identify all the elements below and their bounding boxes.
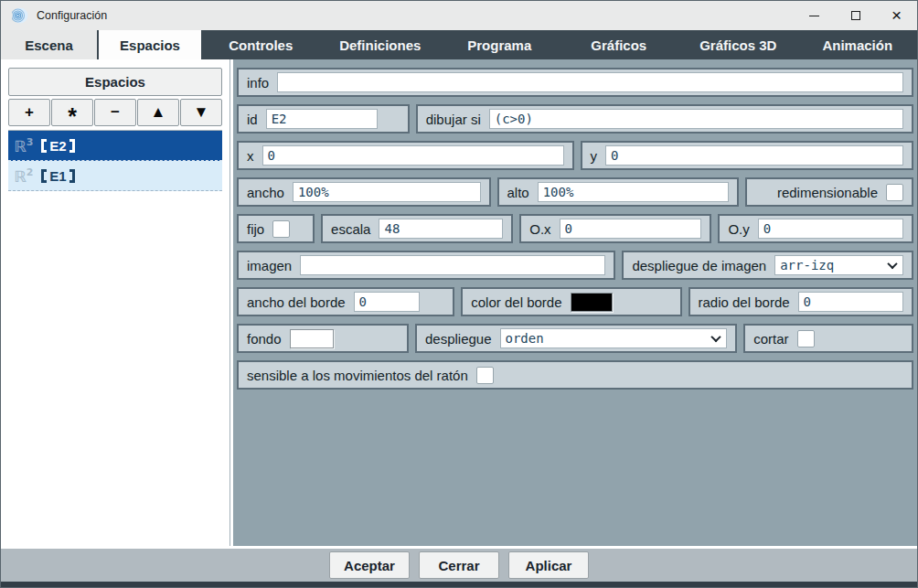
field-alto: alto xyxy=(497,177,740,207)
window-title: Configuración xyxy=(37,9,107,22)
left-bracket-icon xyxy=(41,139,47,153)
content-area: Espacios + * − ▲ ▼ ℝ3 E2 ℝ2 E1 xyxy=(1,59,917,546)
r3-symbol: ℝ3 xyxy=(14,136,33,155)
dibujar-si-label: dibujar si xyxy=(426,112,481,127)
alto-label: alto xyxy=(507,185,529,200)
field-fondo: fondo xyxy=(237,324,409,353)
spaces-toolbar: + * − ▲ ▼ xyxy=(8,99,222,126)
id-input[interactable] xyxy=(266,109,378,129)
ancho-borde-input[interactable] xyxy=(354,292,420,312)
fijo-checkbox[interactable] xyxy=(272,220,290,238)
tab-bar: Escena Espacios Controles Definiciones P… xyxy=(1,30,917,59)
close-button[interactable]: × xyxy=(876,1,917,30)
imagen-input[interactable] xyxy=(300,255,605,275)
tab-graficos-3d[interactable]: Gráficos 3D xyxy=(678,30,798,59)
ancho-label: ancho xyxy=(247,185,284,200)
despliegue-imagen-select[interactable]: arr-izq xyxy=(774,255,903,275)
footer-bar: Aceptar Cerrar Aplicar xyxy=(1,546,917,582)
despliegue-select-wrap: orden xyxy=(500,328,728,348)
field-dibujar-si: dibujar si xyxy=(416,104,913,134)
despliegue-label: despliegue xyxy=(425,331,492,347)
color-borde-label: color del borde xyxy=(471,294,561,310)
field-info: info xyxy=(237,68,913,97)
info-input[interactable] xyxy=(277,72,903,92)
field-radio-borde: radio del borde xyxy=(688,287,914,316)
border-color-swatch[interactable] xyxy=(571,293,613,312)
sensible-checkbox[interactable] xyxy=(476,367,494,384)
cortar-checkbox[interactable] xyxy=(797,330,815,347)
escala-input[interactable] xyxy=(379,219,503,239)
space-list: ℝ3 E2 ℝ2 E1 xyxy=(8,130,222,191)
background-color-swatch[interactable] xyxy=(290,329,334,348)
tab-definiciones[interactable]: Definiciones xyxy=(321,30,441,59)
descartes-logo-icon xyxy=(12,7,28,24)
duplicate-space-button[interactable]: * xyxy=(51,99,93,126)
field-redimensionable: redimensionable xyxy=(745,177,913,207)
tab-animacion[interactable]: Animación xyxy=(798,30,918,59)
redimensionable-checkbox[interactable] xyxy=(886,184,903,201)
field-cortar: cortar xyxy=(743,324,913,353)
left-bracket-icon xyxy=(41,169,47,183)
redimensionable-label: redimensionable xyxy=(777,185,878,200)
x-label: x xyxy=(247,148,254,164)
ancho-input[interactable] xyxy=(293,182,481,202)
tab-espacios[interactable]: Espacios xyxy=(99,30,201,59)
space-item-label: E2 xyxy=(33,138,74,154)
cortar-label: cortar xyxy=(753,331,788,347)
tab-graficos[interactable]: Gráficos xyxy=(560,30,679,59)
y-label: y xyxy=(591,148,598,164)
field-x: x xyxy=(237,141,574,170)
asterisk-icon: * xyxy=(68,112,77,121)
space-properties-form: info id dibujar si x xyxy=(233,59,917,546)
radio-borde-input[interactable] xyxy=(798,292,903,312)
minimize-button[interactable] xyxy=(794,1,835,30)
field-ox: O.x xyxy=(519,214,711,243)
close-icon: × xyxy=(891,11,902,20)
oy-input[interactable] xyxy=(758,219,903,239)
move-down-button[interactable]: ▼ xyxy=(180,99,222,126)
minus-icon: − xyxy=(111,103,120,122)
fijo-label: fijo xyxy=(247,221,264,237)
right-bracket-icon xyxy=(69,139,75,153)
accept-button[interactable]: Aceptar xyxy=(329,551,410,579)
dibujar-si-input[interactable] xyxy=(489,109,903,129)
tab-programa[interactable]: Programa xyxy=(440,30,560,59)
escala-label: escala xyxy=(331,221,370,237)
plus-icon: + xyxy=(25,103,34,122)
fondo-label: fondo xyxy=(247,331,282,347)
move-up-button[interactable]: ▲ xyxy=(137,99,179,126)
close-dialog-button[interactable]: Cerrar xyxy=(419,551,499,579)
r2-symbol: ℝ2 xyxy=(14,166,33,186)
triangle-up-icon: ▲ xyxy=(151,103,166,122)
radio-borde-label: radio del borde xyxy=(699,294,790,310)
x-input[interactable] xyxy=(262,145,564,166)
configuration-dialog: Configuración × Escena Espacios Controle… xyxy=(0,0,918,588)
field-oy: O.y xyxy=(718,214,913,243)
field-color-borde: color del borde xyxy=(461,287,681,316)
apply-button[interactable]: Aplicar xyxy=(508,551,589,579)
tab-controles[interactable]: Controles xyxy=(201,30,321,59)
triangle-down-icon: ▼ xyxy=(194,103,209,122)
field-imagen: imagen xyxy=(237,251,615,280)
ox-label: O.x xyxy=(529,221,550,237)
space-item-e1[interactable]: ℝ2 E1 xyxy=(8,161,222,191)
despliegue-imagen-select-wrap: arr-izq xyxy=(774,255,903,275)
minimize-icon xyxy=(809,16,819,16)
info-label: info xyxy=(247,75,269,91)
alto-input[interactable] xyxy=(538,182,730,202)
space-item-label: E1 xyxy=(33,168,74,184)
tab-escena[interactable]: Escena xyxy=(1,30,97,59)
field-fijo: fijo xyxy=(237,214,315,243)
field-id: id xyxy=(237,104,410,134)
remove-space-button[interactable]: − xyxy=(94,99,136,126)
despliegue-select[interactable]: orden xyxy=(500,328,728,348)
add-space-button[interactable]: + xyxy=(8,99,50,126)
maximize-button[interactable] xyxy=(835,1,876,30)
right-bracket-icon xyxy=(69,169,75,183)
sensible-label: sensible a los movimientos del ratón xyxy=(247,368,468,383)
y-input[interactable] xyxy=(605,145,903,166)
field-despliegue: despliegue orden xyxy=(415,324,737,353)
title-bar: Configuración × xyxy=(1,1,917,30)
ox-input[interactable] xyxy=(560,219,702,239)
space-item-e2[interactable]: ℝ3 E2 xyxy=(8,131,222,161)
